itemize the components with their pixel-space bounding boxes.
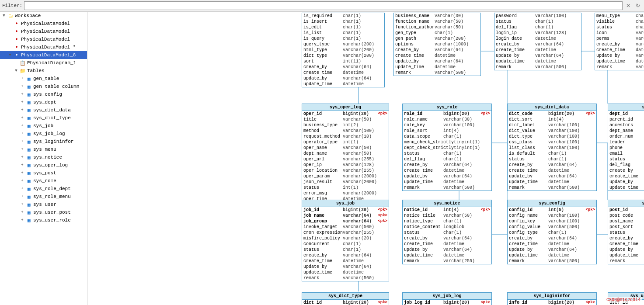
ti: ▦ — [25, 122, 32, 129]
sidebar-item-sys-user[interactable]: +▦sys_user — [0, 201, 87, 208]
model-icon-4: ● — [13, 44, 20, 51]
sidebar-item-sys-user-role[interactable]: +▦sys_user_role — [0, 216, 87, 224]
tl: sys_job_log — [33, 131, 65, 136]
expand-icon-m8: ▼ — [7, 53, 13, 57]
table-header-sys-oper-log: sys_oper_log — [302, 104, 389, 111]
sidebar-item-sys-menu[interactable]: +▦sys_menu — [0, 146, 87, 153]
diagram-area[interactable]: is_requiredchar(1) is_insertchar(1) is_e… — [87, 12, 644, 305]
ti: ▦ — [25, 146, 32, 153]
sidebar-item-model-1[interactable]: ● PhysicalDataModel — [0, 20, 87, 28]
ti: ▦ — [25, 217, 32, 224]
sidebar-item-sys-post[interactable]: +▦sys_post — [0, 169, 87, 177]
ei: + — [19, 194, 25, 199]
diagram-canvas: is_requiredchar(1) is_insertchar(1) is_e… — [87, 12, 644, 305]
tl: sys_role_menu — [33, 194, 71, 199]
ti: ▦ — [25, 162, 32, 169]
sidebar-item-sys-role-dept[interactable]: +▦sys_role_dept — [0, 185, 87, 193]
sidebar-item-sys-oper-log[interactable]: +▦sys_oper_log — [0, 161, 87, 169]
tl: sys_dict_data — [33, 107, 71, 113]
table-sys-job-log: sys_job_log job_log_idbigint(20)<pk> job… — [402, 292, 492, 305]
model-icon-3: ● — [13, 36, 20, 43]
model-label-8: PhysicalDataModel_8 — [21, 52, 76, 58]
sidebar-item-gen-table[interactable]: +▦gen_table — [0, 75, 87, 83]
sidebar-item-sys-dept[interactable]: +▦sys_dept — [0, 98, 87, 106]
table-sys-user-top: business_namevarchar(30) function_nameva… — [393, 13, 481, 76]
sidebar-item-model-3[interactable]: ● PhysicalDataModel — [0, 35, 87, 43]
sidebar-item-model-8[interactable]: ▼ ● PhysicalDataModel_8 — [0, 51, 87, 59]
filter-bar: Filter: ✕ ↻ — [0, 0, 644, 12]
sidebar-item-sys-dict-type[interactable]: +▦sys_dict_type — [0, 114, 87, 122]
tl: gen_table — [33, 76, 59, 81]
ei: + — [19, 210, 25, 215]
tl: sys_config — [33, 92, 62, 97]
sidebar-item-sys-role[interactable]: +▦sys_role — [0, 177, 87, 185]
table-sys-notice: sys_notice notice_idint(4)<pk> notice_ti… — [402, 200, 492, 264]
sidebar-item-sys-role-menu[interactable]: +▦sys_role_menu — [0, 193, 87, 201]
sidebar-item-sys-job[interactable]: +▦sys_job — [0, 122, 87, 130]
table-header-sys-notice: sys_notice — [403, 200, 491, 207]
ei: + — [19, 76, 25, 81]
tl: sys_logininfor — [33, 139, 73, 144]
model-label-2: PhysicalDataModel — [21, 29, 70, 34]
sidebar-item-sys-config[interactable]: +▦sys_config — [0, 90, 87, 98]
sidebar-item-workspace[interactable]: ▼ 🗂 Workspace — [0, 12, 87, 20]
table-header-sys-job: sys_job — [302, 200, 389, 207]
ti: ▦ — [25, 209, 32, 216]
sidebar: ▼ 🗂 Workspace ● PhysicalDataModel ● Phys… — [0, 12, 87, 305]
filter-refresh-button[interactable]: ↻ — [634, 2, 642, 10]
ei: + — [19, 202, 25, 207]
tl: sys_user_post — [33, 210, 71, 215]
sidebar-item-sys-logininfor[interactable]: +▦sys_logininfor — [0, 138, 87, 146]
table-header-sys-post: sys_post — [608, 200, 644, 207]
ti: ▦ — [25, 107, 32, 114]
ei: + — [19, 84, 25, 89]
expand-icon: ▼ — [1, 14, 7, 18]
model-icon-1: ● — [13, 20, 20, 27]
sidebar-item-sys-notice[interactable]: +▦sys_notice — [0, 153, 87, 161]
tl: sys_oper_log — [33, 163, 68, 168]
sidebar-item-diagram-1[interactable]: 📋 PhysicalDiagram_1 — [0, 59, 87, 67]
ti: ▦ — [25, 99, 32, 106]
ei: + — [19, 116, 25, 120]
ei: + — [19, 124, 25, 128]
sidebar-item-sys-user-post[interactable]: +▦sys_user_post — [0, 208, 87, 216]
sidebar-item-sys-job-log[interactable]: +▦sys_job_log — [0, 130, 87, 138]
sidebar-item-tables-folder[interactable]: ▼ 📁 Tables — [0, 67, 87, 75]
workspace-icon: 🗂 — [7, 12, 14, 19]
ei: + — [19, 155, 25, 159]
table-header-sys-job-log: sys_job_log — [403, 293, 491, 300]
ti: ▦ — [25, 114, 32, 121]
tl: sys_role_dept — [33, 186, 71, 191]
ti: ▦ — [25, 193, 32, 200]
model-icon-8: ● — [13, 52, 20, 59]
table-sys-dict-type: sys_dict_type dict_idbigint(20)<pk> dict… — [302, 292, 389, 305]
table-sys-oper-log: sys_oper_log oper_idbigint(20)<pk> title… — [302, 104, 389, 202]
table-sys-config: sys_config config_idint(5)<pk> config_na… — [507, 200, 597, 264]
sidebar-item-model-2[interactable]: ● PhysicalDataModel — [0, 28, 87, 35]
filter-input[interactable] — [24, 1, 623, 10]
sidebar-item-model-4[interactable]: ● PhysicalDataModel * — [0, 43, 87, 51]
tl: sys_notice — [33, 155, 62, 160]
ei: + — [19, 100, 25, 104]
tl: sys_menu — [33, 147, 56, 152]
diagram-label: PhysicalDiagram_1 — [27, 60, 76, 66]
ti: ▦ — [25, 177, 32, 184]
tl: sys_job — [33, 123, 53, 128]
table-sys-post: sys_post post_idbigint(20)<pk> post_code… — [608, 200, 644, 264]
tl: sys_user_role — [33, 218, 71, 223]
tl: sys_dict_type — [33, 115, 71, 121]
diagram-icon: 📋 — [19, 59, 26, 66]
sidebar-item-gen-table-column[interactable]: +▦gen_table_column — [0, 83, 87, 90]
filter-clear-button[interactable]: ✕ — [624, 2, 632, 10]
expand-icon-tables: ▼ — [13, 69, 19, 73]
tl: sys_post — [33, 170, 56, 176]
ti: ▦ — [25, 75, 32, 82]
watermark: CSDN@m1s2q3i4 — [605, 297, 642, 303]
ti: ▦ — [25, 170, 32, 177]
table-header-sys-config: sys_config — [508, 200, 596, 207]
ei: + — [19, 187, 25, 191]
filter-label: Filter: — [2, 3, 22, 8]
model-icon-2: ● — [13, 28, 20, 35]
ti: ▦ — [25, 130, 32, 137]
sidebar-item-sys-dict-data[interactable]: +▦sys_dict_data — [0, 106, 87, 114]
